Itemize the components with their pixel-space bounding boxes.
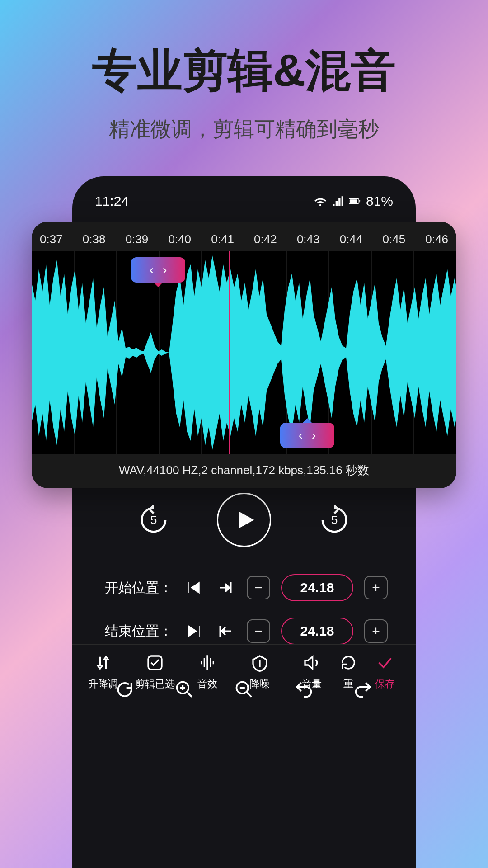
status-time: 11:24 [95, 193, 129, 209]
tool-noise-reduction[interactable]: 降噪 [234, 654, 286, 691]
status-bar: 11:24 81% [72, 190, 416, 212]
tool-clip-selected[interactable]: 剪辑已选 [129, 654, 182, 691]
play-button[interactable] [217, 493, 271, 547]
tool-volume-label: 音量 [302, 677, 322, 691]
selection-start-handle[interactable]: ‹ › [131, 257, 185, 283]
snap-end-button[interactable] [215, 621, 236, 642]
go-to-start-button[interactable] [183, 577, 204, 598]
selection-end-handle[interactable]: ‹ › [280, 423, 334, 448]
start-increment-button[interactable]: + [364, 576, 388, 599]
timeline-tick: 0:37 [40, 232, 63, 246]
bottom-toolbar: 升降调 剪辑已选 音效 降噪 音量 重 [72, 644, 416, 709]
timeline-tick: 0:40 [168, 232, 191, 246]
end-position-row: 结束位置： − 24.18 + [72, 618, 416, 645]
wifi-icon [314, 195, 326, 207]
battery-icon [349, 195, 361, 207]
end-position-value[interactable]: 24.18 [281, 618, 353, 645]
start-position-value[interactable]: 24.18 [281, 574, 353, 601]
start-position-label: 开始位置： [100, 579, 173, 597]
tool-effects[interactable]: 音效 [181, 654, 234, 691]
playback-row: 5 5 [72, 493, 416, 547]
tool-pitch-label: 升降调 [88, 677, 118, 691]
start-decrement-button[interactable]: − [247, 576, 270, 599]
tool-noise-label: 降噪 [250, 677, 270, 691]
chevron-left-icon: ‹ [299, 428, 303, 443]
file-info: WAV,44100 HZ,2 channel,172 kbps,135.16 秒… [32, 454, 456, 486]
tool-reset[interactable]: 重 [338, 654, 359, 691]
forward-5-button[interactable]: 5 [316, 502, 352, 538]
timeline-tick: 0:42 [254, 232, 277, 246]
hero-subtitle: 精准微调，剪辑可精确到毫秒 [0, 115, 488, 143]
timeline-tick: 0:39 [126, 232, 149, 246]
controls-area: 5 5 开始位置： − 24.18 + 结束位置： − 24.18 + [72, 493, 416, 709]
svg-text:5: 5 [331, 513, 338, 527]
tool-save-label: 保存 [375, 677, 395, 691]
svg-text:5: 5 [150, 513, 157, 527]
status-right: 81% [314, 193, 393, 209]
go-to-end-button[interactable] [183, 621, 204, 642]
waveform-panel: 0:37 0:38 0:39 0:40 0:41 0:42 0:43 0:44 … [32, 222, 456, 488]
svg-rect-2 [359, 200, 360, 203]
chevron-left-icon: ‹ [150, 263, 154, 277]
tool-save[interactable]: 保存 [359, 654, 411, 691]
timeline-tick: 0:45 [383, 232, 406, 246]
end-increment-button[interactable]: + [364, 619, 388, 643]
tool-clip-label: 剪辑已选 [135, 677, 175, 691]
end-position-label: 结束位置： [100, 622, 173, 641]
signal-icon [332, 195, 343, 207]
rewind-5-button[interactable]: 5 [136, 502, 172, 538]
end-decrement-button[interactable]: − [247, 619, 270, 643]
timeline-tick: 0:38 [83, 232, 106, 246]
timeline-tick: 0:44 [340, 232, 363, 246]
timeline-row: 0:37 0:38 0:39 0:40 0:41 0:42 0:43 0:44 … [32, 222, 456, 251]
svg-rect-1 [350, 199, 357, 203]
timeline-tick: 0:43 [297, 232, 320, 246]
tool-effects-label: 音效 [197, 677, 217, 691]
waveform-area[interactable]: ‹ › ‹ › [32, 251, 456, 454]
chevron-right-icon: › [312, 428, 316, 443]
hero-title: 专业剪辑&混音 [0, 41, 488, 102]
battery-percent: 81% [366, 193, 393, 209]
tool-reset-label: 重 [343, 677, 353, 691]
chevron-right-icon: › [163, 263, 167, 277]
timeline-tick: 0:46 [425, 232, 448, 246]
snap-start-button[interactable] [215, 577, 236, 598]
waveform-svg [32, 251, 456, 454]
timeline-tick: 0:41 [211, 232, 234, 246]
tool-pitch[interactable]: 升降调 [77, 654, 129, 691]
tool-volume[interactable]: 音量 [286, 654, 338, 691]
start-position-row: 开始位置： − 24.18 + [72, 574, 416, 601]
